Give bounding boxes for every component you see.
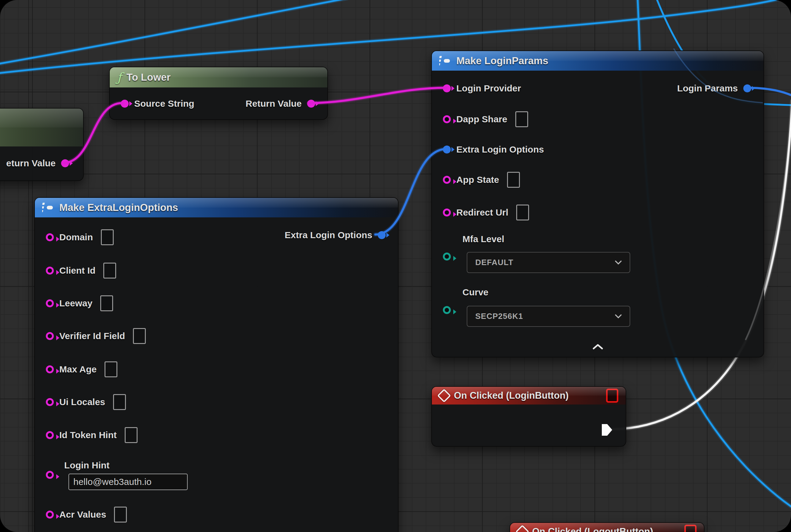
widget-bound-event-icon[interactable] (606, 388, 618, 403)
extra-login-options-input-label: Extra Login Options (456, 144, 544, 155)
extra-login-options-input-pin[interactable] (443, 146, 451, 153)
node-on-clicked-logout-button[interactable]: On Clicked (LogoutButton) (509, 522, 705, 532)
widget-bound-event-icon[interactable] (684, 525, 697, 532)
leeway-checkbox[interactable] (100, 296, 113, 311)
curve-dropdown[interactable]: SECP256K1 (467, 306, 630, 327)
make-login-params-header[interactable]: Make LoginParams (432, 51, 764, 71)
mfa-level-label: Mfa Level (462, 234, 504, 244)
redirect-url-pin[interactable] (443, 209, 451, 216)
make-extra-login-options-header[interactable]: Make ExtraLoginOptions (35, 198, 398, 217)
event-diamond-icon (437, 388, 451, 402)
return-value-label: eturn Value (6, 158, 56, 169)
blueprint-graph-canvas[interactable]: tion ox (String) eturn Value ƒ To Lower … (0, 0, 791, 532)
domain-pin[interactable] (46, 233, 54, 241)
node-partial-function[interactable]: tion ox (String) eturn Value (0, 108, 84, 181)
id-token-hint-pin[interactable] (46, 431, 54, 439)
verifier-id-field-pin[interactable] (46, 332, 54, 340)
client-id-pin[interactable] (46, 267, 54, 274)
max-age-checkbox[interactable] (104, 361, 117, 377)
curve-value: SECP256K1 (475, 311, 523, 321)
login-hint-input[interactable] (69, 474, 188, 490)
acr-values-label: Acr Values (59, 509, 106, 520)
ui-locales-label: Ui Locales (59, 397, 105, 407)
max-age-label: Max Age (59, 364, 97, 375)
redirect-url-label: Redirect Url (456, 207, 508, 218)
node-make-extra-login-options[interactable]: Make ExtraLoginOptions Domain Client Id … (34, 197, 399, 532)
node-on-clicked-login-button[interactable]: On Clicked (LoginButton) (431, 386, 626, 447)
exec-output-pin[interactable] (602, 424, 612, 436)
node-to-lower[interactable]: ƒ To Lower Source String Return Value (109, 66, 328, 120)
to-lower-title: To Lower (127, 72, 171, 83)
on-clicked-login-title: On Clicked (LoginButton) (454, 390, 568, 401)
mfa-level-pin[interactable] (443, 252, 451, 261)
acr-values-pin[interactable] (46, 511, 54, 518)
client-id-checkbox[interactable] (103, 263, 116, 279)
login-hint-pin[interactable] (46, 471, 54, 479)
client-id-label: Client Id (59, 265, 95, 276)
return-value-output-pin[interactable] (61, 159, 69, 167)
chevron-down-icon (615, 261, 622, 264)
id-token-hint-checkbox[interactable] (125, 427, 137, 443)
node-make-login-params[interactable]: Make LoginParams Login Provider Login Pa… (431, 51, 764, 357)
id-token-hint-label: Id Token Hint (59, 430, 117, 440)
curve-label: Curve (462, 287, 488, 298)
app-state-pin[interactable] (443, 176, 451, 184)
on-clicked-logout-title: On Clicked (LogoutButton) (532, 526, 653, 532)
to-lower-return-value-output-pin[interactable] (307, 100, 315, 108)
collapse-chevron-icon[interactable] (593, 344, 603, 349)
chevron-down-icon (615, 314, 622, 318)
leeway-pin[interactable] (46, 299, 54, 307)
login-params-output-pin[interactable] (743, 84, 751, 92)
mfa-level-dropdown[interactable]: DEFAULT (467, 252, 630, 273)
login-provider-pin[interactable] (443, 84, 451, 92)
ui-locales-checkbox[interactable] (113, 394, 126, 410)
dapp-share-label: Dapp Share (456, 114, 507, 125)
source-string-input-pin[interactable] (121, 100, 129, 108)
max-age-pin[interactable] (46, 365, 54, 373)
make-extra-login-options-title: Make ExtraLoginOptions (59, 202, 178, 213)
to-lower-return-value-label: Return Value (246, 98, 302, 109)
curve-pin[interactable] (443, 306, 451, 314)
login-hint-label: Login Hint (64, 460, 110, 471)
event-diamond-icon (515, 525, 529, 532)
dapp-share-checkbox[interactable] (515, 111, 528, 127)
make-login-params-title: Make LoginParams (456, 55, 548, 66)
redirect-url-checkbox[interactable] (516, 205, 529, 221)
dapp-share-pin[interactable] (443, 115, 451, 123)
on-clicked-logout-header[interactable]: On Clicked (LogoutButton) (510, 523, 704, 532)
app-state-checkbox[interactable] (507, 172, 520, 188)
domain-label: Domain (59, 232, 93, 243)
make-struct-icon (42, 202, 54, 213)
verifier-id-field-checkbox[interactable] (133, 328, 146, 344)
acr-values-checkbox[interactable] (114, 507, 127, 522)
login-provider-label: Login Provider (456, 83, 521, 94)
on-clicked-login-header[interactable]: On Clicked (LoginButton) (432, 387, 626, 404)
verifier-id-field-label: Verifier Id Field (59, 331, 125, 341)
login-params-output-label: Login Params (677, 83, 738, 94)
extra-login-options-output-label: Extra Login Options (285, 230, 372, 240)
ui-locales-pin[interactable] (46, 398, 54, 406)
extra-login-options-output-pin[interactable] (378, 231, 386, 239)
partial-function-header[interactable]: tion ox (String) (0, 109, 83, 147)
function-icon: ƒ (117, 71, 122, 83)
make-struct-icon (439, 55, 451, 66)
app-state-label: App State (456, 175, 499, 185)
mfa-level-value: DEFAULT (475, 258, 514, 267)
domain-checkbox[interactable] (101, 229, 114, 245)
to-lower-header[interactable]: ƒ To Lower (110, 67, 327, 88)
source-string-label: Source String (134, 98, 194, 109)
leeway-label: Leeway (59, 298, 92, 308)
